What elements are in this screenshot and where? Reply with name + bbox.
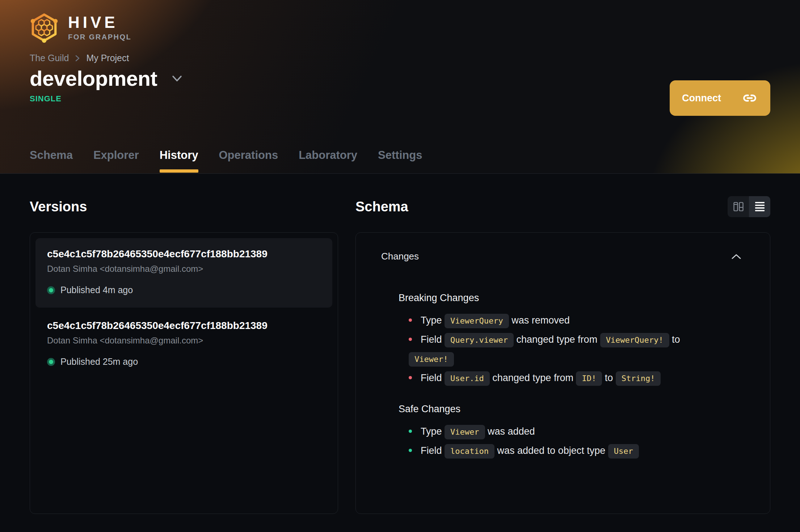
changes-label: Changes [381, 251, 419, 262]
version-status: Published 4m ago [47, 285, 321, 295]
breaking-changes-list: Type ViewerQuery was removedField Query.… [399, 311, 724, 388]
bullet-icon [409, 449, 412, 452]
connect-button[interactable]: Connect [670, 80, 770, 116]
versions-heading: Versions [30, 199, 338, 215]
schema-heading: Schema [355, 199, 408, 215]
code-chip: ID! [576, 371, 602, 386]
brand-text: HIVE FOR GRAPHQL [68, 14, 131, 41]
chevron-right-icon [75, 54, 80, 63]
link-icon [741, 91, 758, 105]
breaking-changes-title: Breaking Changes [399, 292, 742, 304]
code-chip: Viewer! [409, 352, 454, 367]
version-status-text: Published 25m ago [60, 356, 138, 367]
tab-settings[interactable]: Settings [378, 149, 422, 173]
list-icon [755, 202, 765, 212]
version-status-text: Published 4m ago [60, 285, 133, 295]
code-chip: Query.viewer [445, 333, 514, 347]
version-hash: c5e4c1c5f78b26465350e4ecf677cf188bb21389 [47, 248, 321, 260]
target-selector[interactable]: development [30, 66, 770, 90]
green-dot-icon [47, 286, 55, 294]
bullet-icon [409, 430, 412, 433]
versions-panel: c5e4c1c5f78b26465350e4ecf677cf188bb21389… [30, 232, 338, 514]
code-chip: User [608, 444, 639, 459]
bullet-icon [409, 376, 412, 379]
logo: HIVE FOR GRAPHQL [30, 0, 770, 43]
change-item: Type Viewer was added [409, 422, 724, 441]
breadcrumb-project[interactable]: My Project [86, 53, 129, 63]
tab-history[interactable]: History [160, 149, 198, 173]
list-view-button[interactable] [749, 196, 770, 217]
tab-laboratory[interactable]: Laboratory [299, 149, 357, 173]
code-chip: ViewerQuery [445, 314, 509, 328]
safe-changes-section: Safe ChangesType Viewer was addedField l… [399, 404, 742, 460]
code-chip: String! [616, 371, 661, 386]
bullet-icon [409, 338, 412, 341]
version-status: Published 25m ago [47, 356, 321, 367]
changes-header[interactable]: Changes [381, 251, 742, 262]
schema-panel: Changes Breaking ChangesType ViewerQuery… [355, 232, 770, 514]
panels: c5e4c1c5f78b26465350e4ecf677cf188bb21389… [30, 232, 770, 514]
header: HIVE FOR GRAPHQL The Guild My Project de… [0, 0, 800, 174]
page-title: development [30, 66, 157, 90]
version-author: Dotan Simha <dotansimha@gmail.com> [47, 335, 321, 346]
section-headings: Versions Schema [30, 196, 770, 217]
brand-name: HIVE [68, 14, 131, 30]
connect-label: Connect [682, 93, 721, 104]
version-card[interactable]: c5e4c1c5f78b26465350e4ecf677cf188bb21389… [35, 238, 332, 308]
changes-list: Breaking ChangesType ViewerQuery was rem… [381, 292, 742, 460]
change-item: Type ViewerQuery was removed [409, 311, 724, 330]
tab-schema[interactable]: Schema [30, 149, 73, 173]
main-content: Versions Schema [0, 174, 800, 514]
breadcrumb: The Guild My Project [30, 53, 770, 63]
breaking-changes-section: Breaking ChangesType ViewerQuery was rem… [399, 292, 742, 388]
change-item: Field location was added to object type … [409, 441, 724, 460]
code-chip: User.id [445, 371, 490, 386]
version-author: Dotan Simha <dotansimha@gmail.com> [47, 264, 321, 274]
chevron-up-icon[interactable] [731, 253, 742, 260]
tab-operations[interactable]: Operations [219, 149, 278, 173]
safe-changes-list: Type Viewer was addedField location was … [399, 422, 724, 460]
breadcrumb-org[interactable]: The Guild [30, 53, 69, 63]
change-item: Field User.id changed type from ID! to S… [409, 368, 724, 388]
tab-bar: SchemaExplorerHistoryOperationsLaborator… [30, 149, 422, 173]
columns-icon [733, 202, 744, 211]
tab-explorer[interactable]: Explorer [93, 149, 139, 173]
target-type-badge: SINGLE [30, 94, 770, 104]
bullet-icon [409, 318, 412, 322]
chevron-down-icon[interactable] [171, 74, 183, 83]
view-toggle [728, 196, 770, 217]
hive-hexagon-logo-icon [30, 12, 59, 43]
safe-changes-title: Safe Changes [399, 404, 742, 415]
code-chip: ViewerQuery! [600, 333, 669, 347]
version-card[interactable]: c5e4c1c5f78b26465350e4ecf677cf188bb21389… [35, 310, 332, 379]
change-item: Field Query.viewer changed type from Vie… [409, 330, 724, 368]
split-view-button[interactable] [728, 196, 749, 217]
brand-tagline: FOR GRAPHQL [68, 33, 131, 41]
code-chip: location [445, 444, 494, 459]
green-dot-icon [47, 358, 55, 366]
version-hash: c5e4c1c5f78b26465350e4ecf677cf188bb21389 [47, 320, 321, 332]
code-chip: Viewer [445, 425, 485, 439]
